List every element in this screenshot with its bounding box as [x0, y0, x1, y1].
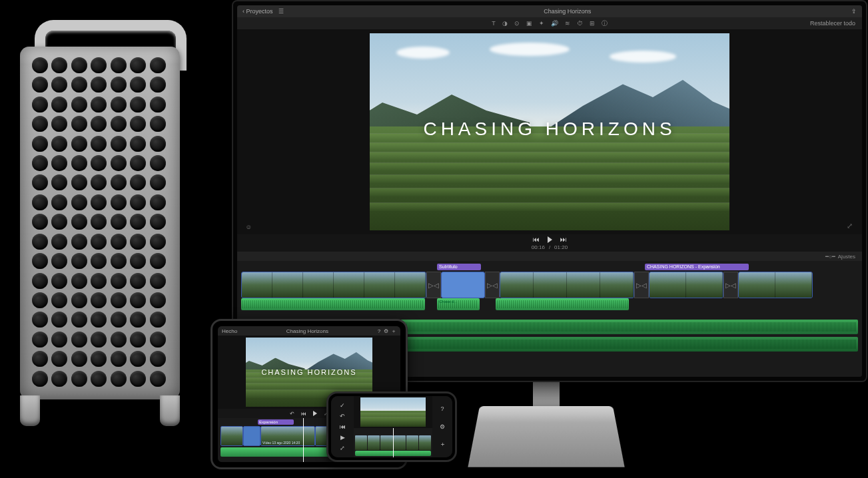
done-button[interactable]: ✓ [338, 401, 347, 410]
video-clip[interactable] [441, 272, 485, 298]
ipad-project-title: Chasing Horizons [286, 328, 328, 334]
project-title: Chasing Horizons [544, 8, 591, 15]
clip-audio[interactable]: Chase d... [437, 298, 480, 310]
skip-back-button[interactable]: ⏮ [533, 236, 540, 243]
skip-start-icon[interactable]: ⏮ [338, 422, 347, 431]
done-button[interactable]: Hecho [222, 328, 237, 334]
settings-button[interactable]: Ajustes [838, 254, 855, 260]
mic-icon[interactable]: ⌾ [246, 222, 251, 230]
title-clip[interactable]: CHASING HORIZONS - Expansión [645, 264, 749, 270]
zoom-slider-icon[interactable]: ━○━ [825, 254, 835, 260]
mac-titlebar: ‹ Proyectos ☰ Chasing Horizons ⇪ [237, 5, 862, 17]
ipad-clip[interactable] [220, 426, 243, 446]
crop-icon[interactable]: ▣ [526, 20, 532, 27]
noise-icon[interactable]: ≋ [565, 20, 570, 27]
iphone-device: ✓ ↶ ⏮ ▶ ⤢ ? ⚙ [326, 391, 457, 462]
undo-icon[interactable]: ↶ [338, 411, 347, 421]
help-icon[interactable]: ? [438, 404, 447, 413]
titles-tool-icon[interactable]: T [492, 20, 496, 27]
fullscreen-icon[interactable]: ⤢ [338, 443, 347, 453]
clip-audio[interactable] [496, 298, 629, 310]
undo-icon[interactable]: ↶ [290, 411, 294, 417]
color-balance-icon[interactable]: ◑ [502, 20, 508, 27]
tower-feet [20, 395, 180, 426]
timecode-total: 01:20 [554, 244, 568, 250]
skip-forward-button[interactable]: ⏭ [560, 236, 567, 243]
back-button[interactable]: ‹ Proyectos [242, 8, 273, 15]
iphone-timeline[interactable] [354, 428, 432, 457]
play-icon[interactable]: ▶ [338, 433, 347, 442]
tower-body [20, 47, 180, 399]
mac-transport: ⏮ ⏭ 00:16 / 01:20 [237, 234, 862, 252]
video-clip[interactable] [649, 272, 723, 298]
clip-audio[interactable] [241, 298, 425, 310]
play-button[interactable] [548, 236, 552, 243]
info-icon[interactable]: ⓘ [602, 19, 608, 28]
fullscreen-icon[interactable]: ⤢ [847, 222, 853, 230]
filter-icon[interactable]: ⊞ [590, 20, 595, 27]
add-icon[interactable]: ＋ [391, 328, 396, 334]
share-icon[interactable]: ⇪ [851, 8, 857, 15]
imovie-app-iphone: ✓ ↶ ⏮ ▶ ⤢ ? ⚙ [331, 396, 452, 457]
ipad-clip[interactable]: Vídeo 13 ago 2020 14:20 [260, 426, 315, 446]
reset-button[interactable]: Restablecer todo [810, 20, 855, 27]
add-icon[interactable]: ＋ [438, 440, 447, 449]
timecode-current: 00:16 [532, 244, 545, 250]
title-clip[interactable]: Subtítulo [437, 264, 481, 270]
transition-block[interactable]: ▷◁ [485, 272, 500, 298]
ipad-clip[interactable] [243, 426, 260, 446]
transition-block[interactable]: ▷◁ [634, 272, 649, 298]
video-clip[interactable] [241, 272, 426, 298]
video-clip[interactable]: Vídeo 13 ago 2020 14:20 [500, 272, 634, 298]
title-overlay: CHASING HORIZONS [370, 119, 729, 140]
stabilize-icon[interactable]: ✦ [539, 20, 544, 27]
skip-start-icon[interactable]: ⏮ [301, 411, 306, 417]
ipad-titlebar: Hecho Chasing Horizons ? ⚙ ＋ [218, 326, 400, 336]
monitor-stand [480, 379, 613, 466]
mac-toolbar: T ◑ ⊙ ▣ ✦ 🔊 ≋ ⏱ ⊞ ⓘ Restablecer todo [237, 17, 862, 29]
transition-block[interactable]: ▷◁ [723, 272, 738, 298]
mac-pro-tower [7, 20, 193, 426]
color-correct-icon[interactable]: ⊙ [514, 20, 520, 27]
video-clip[interactable] [738, 272, 813, 298]
media-toggle-icon[interactable]: ☰ [278, 8, 284, 15]
settings-icon[interactable]: ⚙ [384, 328, 388, 334]
preview-frame: CHASING HORIZONS [370, 33, 729, 230]
iphone-left-controls: ✓ ↶ ⏮ ▶ ⤢ [331, 396, 354, 457]
ipad-play-button[interactable] [313, 411, 317, 416]
iphone-viewer[interactable] [354, 396, 432, 428]
timeline-header: ━○━ Ajustes [237, 252, 862, 261]
tower-grille [32, 57, 168, 389]
speed-icon[interactable]: ⏱ [577, 20, 583, 27]
transition-block[interactable]: ▷◁ [426, 272, 441, 298]
volume-icon[interactable]: 🔊 [551, 20, 558, 27]
settings-icon[interactable]: ⚙ [438, 422, 447, 431]
iphone-right-controls: ? ⚙ ＋ [432, 396, 452, 457]
ipad-title-overlay: CHASING HORIZONS [246, 368, 372, 376]
iphone-playhead[interactable] [393, 428, 394, 457]
ipad-title-clip[interactable]: Expansión [258, 419, 294, 425]
ipad-playhead[interactable] [303, 418, 304, 462]
mac-viewer[interactable]: CHASING HORIZONS ⌾ ⤢ [237, 29, 862, 234]
help-icon[interactable]: ? [378, 328, 380, 334]
